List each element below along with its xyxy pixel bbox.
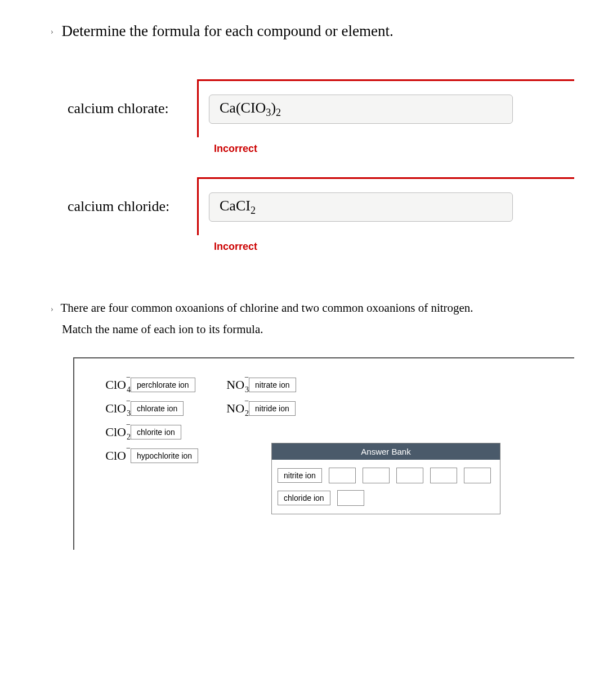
answer-input-chlorate[interactable]: Ca(CIO3)2 [209,95,513,124]
q2-prompt: › There are four common oxoanions of chl… [51,298,574,340]
ion-formula: NO−3 [215,378,244,392]
feedback-incorrect: Incorrect [214,241,574,253]
match-tile[interactable]: hypochlorite ion [131,448,198,463]
ion-formula: ClO−3 [97,401,126,416]
match-row: NO−2nitride ion [215,399,296,418]
formula-row: calcium chloride: CaCI2 [68,177,574,235]
answer-frame: Ca(CIO3)2 [197,79,574,137]
formula-row: calcium chlorate: Ca(CIO3)2 [68,79,574,137]
chevron-icon: › [51,305,53,313]
feedback-incorrect: Incorrect [214,143,574,155]
answer-bank-body[interactable]: nitrite ionchloride ion [272,460,500,514]
bank-tile[interactable]: chloride ion [278,491,330,505]
match-row: NO−3nitrate ion [215,375,296,394]
bank-tile-empty[interactable] [329,468,356,483]
bank-tile[interactable]: nitrite ion [278,468,322,483]
match-tile[interactable]: perchlorate ion [131,378,195,392]
match-row: ClO−2chlorite ion [97,423,198,442]
ion-formula: ClO−4 [97,378,126,392]
answer-frame: CaCI2 [197,177,574,235]
bank-tile-empty[interactable] [396,468,423,483]
bank-tile-empty[interactable] [337,490,364,506]
q2-line1: There are four common oxoanions of chlor… [61,301,473,315]
page-title: › Determine the formula for each compoun… [51,23,574,40]
match-tile[interactable]: nitrate ion [249,378,296,392]
match-row: ClO−4perchlorate ion [97,375,198,394]
chevron-icon: › [51,28,53,36]
label-calcium-chloride: calcium chloride: [68,198,197,215]
title-text: Determine the formula for each compound … [61,23,393,39]
q2-line2: Match the name of each ion to its formul… [62,322,263,336]
ion-formula: ClO−2 [97,425,126,439]
match-row: ClO−3chlorate ion [97,399,198,418]
match-tile[interactable]: chlorite ion [131,425,181,439]
match-area: ClO−4perchlorate ionClO−3chlorate ionClO… [73,357,574,550]
bank-tile-empty[interactable] [464,468,491,483]
bank-tile-empty[interactable] [363,468,390,483]
answer-input-chloride[interactable]: CaCI2 [209,192,513,222]
ion-formula: NO−2 [215,401,244,416]
answer-bank-header: Answer Bank [272,443,500,460]
label-calcium-chlorate: calcium chlorate: [68,100,197,117]
answer-bank: Answer Bank nitrite ionchloride ion [271,443,500,514]
match-col-chlorine: ClO−4perchlorate ionClO−3chlorate ionClO… [97,375,198,465]
ion-formula: ClO− [97,448,126,463]
bank-tile-empty[interactable] [430,468,457,483]
match-tile[interactable]: chlorate ion [131,401,184,416]
match-tile[interactable]: nitride ion [249,401,296,416]
match-row: ClO−hypochlorite ion [97,446,198,465]
